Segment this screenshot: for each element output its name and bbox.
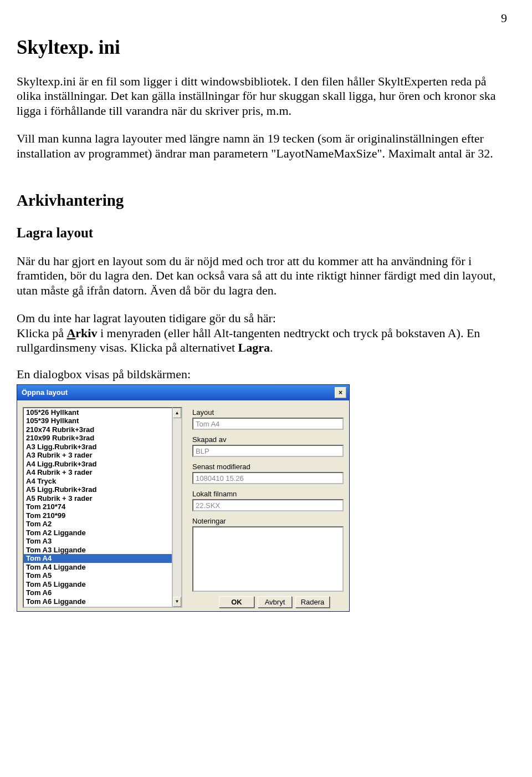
input-skapad-av[interactable]: BLP xyxy=(192,445,344,457)
list-item[interactable]: A4 Ligg.Rubrik+3rad xyxy=(24,460,172,469)
text-klicka-pa: Klicka på xyxy=(17,326,66,340)
heading-skyltexp-ini: Skyltexp. ini xyxy=(17,37,510,59)
list-item[interactable]: Tom A6 xyxy=(24,588,172,597)
menu-arkiv-rest: rkiv xyxy=(75,326,97,340)
list-item[interactable]: A4 Tryck xyxy=(24,477,172,486)
chevron-up-icon: ▲ xyxy=(175,410,180,415)
scroll-down-button[interactable]: ▼ xyxy=(173,597,181,607)
close-icon: × xyxy=(339,389,342,396)
list-item[interactable]: Tom A3 xyxy=(24,537,172,546)
layout-listbox[interactable]: 105*26 Hyllkant105*39 Hyllkant210x74 Rub… xyxy=(23,407,173,608)
list-item[interactable]: 105*39 Hyllkant xyxy=(24,417,172,425)
close-button[interactable]: × xyxy=(335,387,346,398)
input-lokalt-filnamn[interactable]: 22.SKX xyxy=(192,499,344,511)
paragraph-instructions: Om du inte har lagrat layouten tidigare … xyxy=(17,311,510,355)
label-lokalt-filnamn: Lokalt filnamn xyxy=(192,490,344,498)
open-layout-dialog: Öppna layout × 105*26 Hyllkant105*39 Hyl… xyxy=(17,384,350,612)
input-senast-modifierad[interactable]: 1080410 15.26 xyxy=(192,472,344,484)
list-item[interactable]: Tom A2 xyxy=(24,520,172,529)
list-item[interactable]: A5 Ligg.Rubrik+3rad xyxy=(24,485,172,494)
chevron-down-icon: ▼ xyxy=(175,599,180,604)
input-noteringar[interactable] xyxy=(192,526,344,592)
label-noteringar: Noteringar xyxy=(192,517,344,525)
heading-arkivhantering: Arkivhantering xyxy=(17,191,510,210)
list-item[interactable]: Tom A3 Liggande xyxy=(24,546,172,555)
instruction-line-1: Om du inte har lagrat layouten tidigare … xyxy=(17,311,510,326)
instruction-line-2: Klicka på Arkiv i menyraden (eller håll … xyxy=(17,326,510,356)
text-period: . xyxy=(270,341,273,354)
paragraph-dialog-intro: En dialogbox visas på bildskärmen: xyxy=(17,367,510,382)
list-item[interactable]: 210x74 Rubrik+3rad xyxy=(24,425,172,434)
list-item[interactable]: Tom A4 xyxy=(24,554,172,563)
list-item[interactable]: Tom A4 Liggande xyxy=(24,563,172,572)
label-senast-modifierad: Senast modifierad xyxy=(192,463,344,471)
paragraph-lagra-intro: När du har gjort en layout som du är nöj… xyxy=(17,254,510,298)
menuitem-lagra: Lagra xyxy=(238,341,270,354)
scroll-up-button[interactable]: ▲ xyxy=(173,408,181,418)
ok-button[interactable]: OK xyxy=(219,596,254,608)
list-item[interactable]: Tom 210*74 xyxy=(24,502,172,511)
scrollbar[interactable]: ▲ ▼ xyxy=(173,407,182,608)
avbryt-button[interactable]: Avbryt xyxy=(258,596,292,608)
paragraph-layotname: Vill man kunna lagra layouter med längre… xyxy=(17,131,510,161)
list-item[interactable]: A3 Ligg.Rubrik+3rad xyxy=(24,443,172,451)
radera-button[interactable]: Radera xyxy=(295,596,330,608)
list-item[interactable]: 210x99 Rubrik+3rad xyxy=(24,434,172,443)
list-item[interactable]: Tom A2 Liggande xyxy=(24,529,172,537)
list-item[interactable]: A4 Rubrik + 3 rader xyxy=(24,468,172,477)
label-skapad-av: Skapad av xyxy=(192,435,344,444)
list-item[interactable]: Tom A6 Liggande xyxy=(24,597,172,606)
dialog-title: Öppna layout xyxy=(22,388,68,397)
paragraph-intro: Skyltexp.ini är en fil som ligger i ditt… xyxy=(17,74,510,118)
list-item[interactable]: A5 Rubrik + 3 rader xyxy=(24,494,172,503)
list-item[interactable]: Tom A5 Liggande xyxy=(24,580,172,589)
dialog-titlebar[interactable]: Öppna layout × xyxy=(17,385,349,400)
page-number: 9 xyxy=(17,11,510,26)
input-layout[interactable]: Tom A4 xyxy=(192,418,344,430)
list-item[interactable]: A3 Rubrik + 3 rader xyxy=(24,451,172,460)
list-item[interactable]: Tom VA2 xyxy=(24,606,172,608)
list-item[interactable]: 105*26 Hyllkant xyxy=(24,408,172,417)
heading-lagra-layout: Lagra layout xyxy=(17,225,510,241)
scroll-track[interactable] xyxy=(173,418,181,597)
menu-arkiv-hotkey: A xyxy=(66,326,75,340)
label-layout: Layout xyxy=(192,408,344,417)
list-item[interactable]: Tom A5 xyxy=(24,571,172,580)
list-item[interactable]: Tom 210*99 xyxy=(24,511,172,520)
